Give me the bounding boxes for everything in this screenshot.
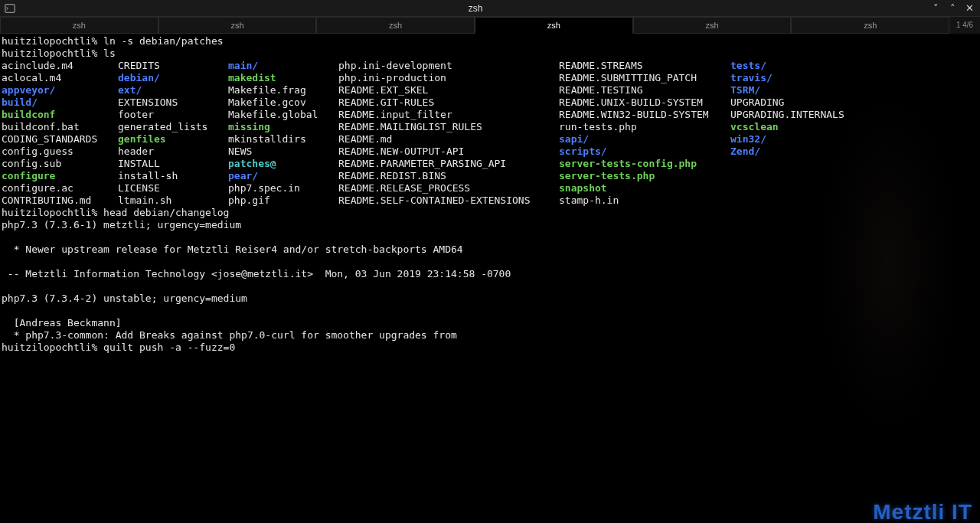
terminal-line: configure.acLICENSEphp7.spec.inREADME.RE… xyxy=(2,182,978,194)
close-button[interactable]: ✕ xyxy=(963,2,975,15)
tab-1[interactable]: zsh xyxy=(158,17,317,34)
terminal-line: * Newer upstream release for Metztli Rei… xyxy=(2,244,978,256)
terminal-line: config.guessheaderNEWSREADME.NEW-OUTPUT-… xyxy=(2,145,978,158)
terminal-icon xyxy=(5,3,15,14)
svg-rect-0 xyxy=(5,4,15,12)
terminal-line: config.subINSTALLpatches@README.PARAMETE… xyxy=(2,158,978,170)
terminal-line: buildconf.batgenerated_listsmissingREADM… xyxy=(2,121,978,133)
terminal-line: CODING_STANDARDSgenfilesmkinstalldirsREA… xyxy=(2,133,978,145)
window-title: zsh xyxy=(21,2,929,15)
terminal-line: -- Metztli Information Technology <jose@… xyxy=(2,268,978,280)
tab-3[interactable]: zsh xyxy=(475,17,633,34)
terminal-line: php7.3 (7.3.4-2) unstable; urgency=mediu… xyxy=(2,293,978,305)
terminal-line: huitzilopochtli% quilt push -a --fuzz=0 xyxy=(2,342,978,354)
terminal-line: huitzilopochtli% ls xyxy=(2,47,978,60)
terminal-line: buildconffooterMakefile.globalREADME.inp… xyxy=(2,109,978,121)
tab-2[interactable]: zsh xyxy=(316,17,475,34)
tab-bar: zshzshzshzshzshzsh 1 4/6 xyxy=(0,17,980,34)
window-titlebar: zsh ˅ ˄ ✕ xyxy=(0,0,980,17)
terminal-line: [Andreas Beckmann] xyxy=(2,317,978,329)
terminal-line: huitzilopochtli% ln -s debian/patches xyxy=(2,35,978,47)
terminal-line: build/EXTENSIONSMakefile.gcovREADME.GIT-… xyxy=(2,96,978,109)
terminal-line: CONTRIBUTING.mdltmain.shphp.gifREADME.SE… xyxy=(2,194,978,207)
maximize-button[interactable]: ˄ xyxy=(946,2,959,15)
terminal-line: configureinstall-shpear/README.REDIST.BI… xyxy=(2,170,978,182)
watermark-logo: Metztli IT xyxy=(873,506,972,518)
terminal-line: * php7.3-common: Add Breaks against php7… xyxy=(2,329,978,342)
minimize-button[interactable]: ˅ xyxy=(929,2,942,15)
tab-4[interactable]: zsh xyxy=(633,17,792,34)
terminal-line xyxy=(2,256,978,268)
terminal-line: huitzilopochtli% head debian/changelog xyxy=(2,207,978,219)
terminal-line xyxy=(2,305,978,317)
tab-5[interactable]: zsh xyxy=(791,17,949,34)
terminal-line: acinclude.m4CREDITSmain/php.ini-developm… xyxy=(2,60,978,72)
terminal-line xyxy=(2,280,978,293)
terminal-line: php7.3 (7.3.6-1) metztli; urgency=medium xyxy=(2,219,978,231)
tab-0[interactable]: zsh xyxy=(0,17,158,34)
terminal-output[interactable]: huitzilopochtli% ln -s debian/patcheshui… xyxy=(0,34,980,355)
terminal-line: aclocal.m4debian/makedistphp.ini-product… xyxy=(2,72,978,84)
terminal-line xyxy=(2,231,978,244)
tab-counter: 1 4/6 xyxy=(949,17,980,34)
terminal-line: appveyor/ext/Makefile.fragREADME.EXT_SKE… xyxy=(2,84,978,96)
